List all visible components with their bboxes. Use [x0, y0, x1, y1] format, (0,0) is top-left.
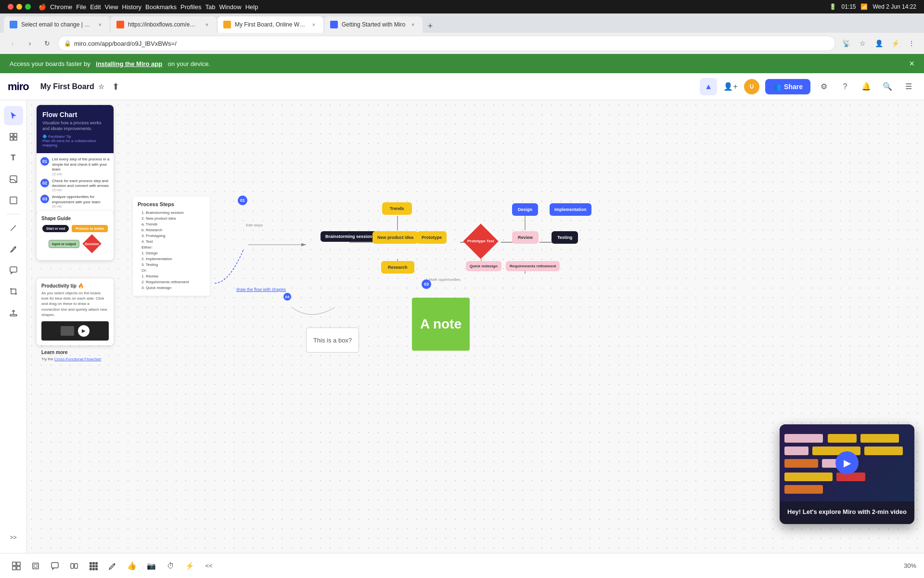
frames-tool-btn[interactable]: [4, 127, 23, 146]
white-box[interactable]: This is a box?: [306, 328, 359, 353]
shape-tool-btn[interactable]: [4, 191, 23, 210]
svg-rect-7: [10, 197, 17, 204]
edit-btn[interactable]: [104, 557, 121, 575]
tab4-close[interactable]: ×: [409, 21, 417, 28]
design-node[interactable]: Design: [512, 203, 538, 216]
edit-menu[interactable]: Edit: [90, 3, 101, 11]
forward-button[interactable]: ›: [23, 37, 37, 50]
browser-tab-1[interactable]: Select email to change | Djang... ×: [4, 16, 110, 33]
cursor-tool-btn[interactable]: ▲: [700, 78, 717, 95]
trends-node[interactable]: Trends: [382, 202, 412, 215]
history-menu[interactable]: History: [122, 3, 141, 11]
settings-icon[interactable]: ⚙: [816, 79, 832, 94]
tab1-close[interactable]: ×: [96, 21, 104, 28]
research-node[interactable]: Research: [381, 261, 414, 274]
browser-tab-2[interactable]: https://inboxflows.com/emails/... ×: [111, 16, 217, 33]
play-button[interactable]: ▶: [78, 325, 90, 337]
more-tools-btn[interactable]: >>: [4, 528, 23, 547]
svg-rect-39: [92, 562, 95, 565]
canvas-area[interactable]: Flow Chart Visualize how a process works…: [27, 100, 924, 553]
comment-tool-btn[interactable]: [4, 261, 23, 280]
miro-logo[interactable]: miro: [8, 80, 29, 93]
mac-status-bar: 🔋 01:15 📶 Wed 2 Jun 14:22: [829, 3, 916, 10]
prototype-node[interactable]: Prototype: [417, 231, 447, 244]
refresh-button[interactable]: ↻: [40, 37, 54, 50]
help-icon[interactable]: ?: [837, 79, 853, 94]
minimize-window-btn[interactable]: [16, 4, 22, 10]
browser-menu[interactable]: ⋮: [905, 37, 918, 50]
profile-icon[interactable]: 👤: [872, 37, 886, 50]
implementation-node[interactable]: Implementation: [550, 203, 591, 216]
marker-tool-btn[interactable]: [4, 239, 23, 259]
video-play-button[interactable]: ▶: [835, 451, 859, 474]
quick-redesign-node[interactable]: Quick redesign: [466, 261, 501, 271]
favorite-star[interactable]: ☆: [98, 83, 104, 91]
upload-tool-btn[interactable]: [4, 303, 23, 322]
address-field[interactable]: 🔒 miro.com/app/board/o9J_lBVxBWs=/: [58, 36, 835, 51]
brainstorming-node[interactable]: Brainstorming session: [321, 231, 377, 242]
productivity-tip-media[interactable]: ▶: [41, 321, 109, 341]
sticky-note-tool-btn[interactable]: [4, 170, 23, 189]
marker-icon: [9, 245, 18, 253]
search-icon[interactable]: 🔍: [880, 79, 895, 94]
tab-menu[interactable]: Tab: [205, 3, 215, 11]
frame-btn[interactable]: [27, 557, 44, 575]
vbar-pink-2: [784, 447, 808, 455]
svg-rect-44: [90, 568, 92, 570]
requirements-node[interactable]: Requirements refinement: [506, 261, 560, 271]
select-tool-btn[interactable]: [4, 106, 23, 125]
cast-icon[interactable]: 📡: [839, 37, 853, 50]
green-note[interactable]: A note: [412, 298, 470, 351]
tab2-close[interactable]: ×: [203, 21, 211, 28]
window-menu[interactable]: Window: [219, 3, 241, 11]
timer-btn[interactable]: ⏱: [162, 557, 179, 575]
close-window-btn[interactable]: [8, 4, 13, 10]
bookmarks-menu[interactable]: Bookmarks: [145, 3, 177, 11]
crop-tool-btn[interactable]: [4, 282, 23, 301]
miro-app: miro My First Board ☆ ⬆ ▲ 👤+ U 👥 Share ⚙…: [0, 73, 924, 578]
video-thumbnail[interactable]: ▶: [780, 424, 914, 501]
maximize-window-btn[interactable]: [25, 4, 31, 10]
prototype-test-container[interactable]: Prototype Test: [467, 228, 494, 255]
layout-btn[interactable]: [65, 557, 83, 575]
extension-icon[interactable]: ⚡: [888, 37, 902, 50]
profiles-menu[interactable]: Profiles: [180, 3, 201, 11]
testing-node[interactable]: Testing: [552, 231, 578, 244]
tab3-close[interactable]: ×: [310, 21, 318, 28]
review-node[interactable]: Review: [512, 231, 539, 244]
notifications-icon[interactable]: 🔔: [859, 79, 874, 94]
user-avatar[interactable]: U: [744, 79, 759, 94]
pen-tool-btn[interactable]: [4, 218, 23, 237]
ps-item-14: 3. Quick redesign: [138, 285, 205, 291]
add-user-btn[interactable]: 👤+: [723, 79, 738, 94]
cross-functional-link[interactable]: Cross-Functional Flowchart: [54, 357, 101, 361]
browser-tab-4[interactable]: Getting Started with Miro ×: [324, 16, 423, 33]
new-product-node[interactable]: New product idea: [372, 231, 418, 244]
bookmark-icon[interactable]: ☆: [856, 37, 869, 50]
window-controls[interactable]: [8, 4, 31, 10]
text-tool-btn[interactable]: T: [4, 148, 23, 168]
camera-btn[interactable]: 📷: [142, 557, 160, 575]
browser-tab-3[interactable]: My First Board, Online Whiteb... ×: [218, 16, 323, 33]
comment-bottom-btn[interactable]: [46, 557, 64, 575]
share-upload-button[interactable]: ⬆: [112, 81, 119, 92]
view-menu[interactable]: View: [105, 3, 118, 11]
board-list-icon[interactable]: ☰: [901, 79, 916, 94]
help-menu[interactable]: Help: [245, 3, 258, 11]
apple-menu[interactable]: 🍎: [38, 3, 46, 11]
chrome-menu[interactable]: Chrome: [50, 3, 72, 11]
install-link[interactable]: installing the Miro app: [96, 60, 162, 67]
step-badge-01: 01: [238, 196, 247, 205]
share-button[interactable]: 👥 Share: [765, 79, 810, 94]
grid-view-btn[interactable]: [8, 557, 25, 575]
flow-chart-tip-text: Plan 45 mins for a collaborative mapping…: [42, 139, 108, 147]
file-menu[interactable]: File: [76, 3, 86, 11]
back-button[interactable]: ‹: [6, 37, 19, 50]
new-tab-button[interactable]: +: [424, 19, 437, 33]
thumbs-up-btn[interactable]: 👍: [123, 557, 141, 575]
banner-close-button[interactable]: ×: [909, 59, 914, 69]
lightning-btn[interactable]: ⚡: [181, 557, 198, 575]
grid-btn[interactable]: [85, 557, 102, 575]
cursor-icon: [9, 111, 18, 120]
collapse-btn[interactable]: <<: [200, 557, 218, 575]
